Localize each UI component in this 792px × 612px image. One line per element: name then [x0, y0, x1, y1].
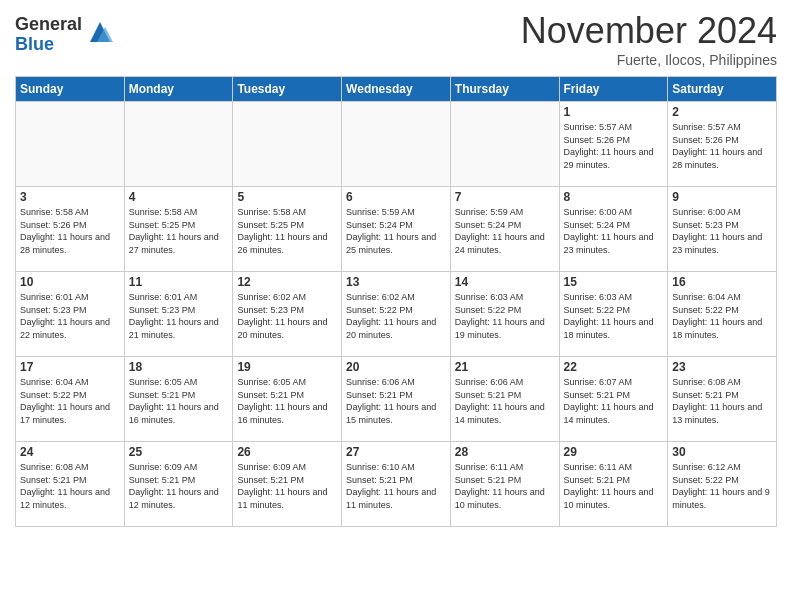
day-info: Sunrise: 6:03 AM Sunset: 5:22 PM Dayligh…	[455, 291, 555, 341]
calendar-day-cell: 27Sunrise: 6:10 AM Sunset: 5:21 PM Dayli…	[342, 442, 451, 527]
day-number: 24	[20, 445, 120, 459]
day-number: 28	[455, 445, 555, 459]
day-number: 23	[672, 360, 772, 374]
day-number: 7	[455, 190, 555, 204]
day-info: Sunrise: 5:57 AM Sunset: 5:26 PM Dayligh…	[672, 121, 772, 171]
day-info: Sunrise: 6:00 AM Sunset: 5:23 PM Dayligh…	[672, 206, 772, 256]
calendar-week-row: 1Sunrise: 5:57 AM Sunset: 5:26 PM Daylig…	[16, 102, 777, 187]
day-info: Sunrise: 6:09 AM Sunset: 5:21 PM Dayligh…	[129, 461, 229, 511]
day-number: 8	[564, 190, 664, 204]
calendar-week-row: 24Sunrise: 6:08 AM Sunset: 5:21 PM Dayli…	[16, 442, 777, 527]
day-number: 17	[20, 360, 120, 374]
day-number: 22	[564, 360, 664, 374]
day-number: 9	[672, 190, 772, 204]
calendar-table: Sunday Monday Tuesday Wednesday Thursday…	[15, 76, 777, 527]
day-number: 19	[237, 360, 337, 374]
day-number: 5	[237, 190, 337, 204]
calendar-day-cell: 28Sunrise: 6:11 AM Sunset: 5:21 PM Dayli…	[450, 442, 559, 527]
calendar-day-cell: 7Sunrise: 5:59 AM Sunset: 5:24 PM Daylig…	[450, 187, 559, 272]
calendar-day-cell: 1Sunrise: 5:57 AM Sunset: 5:26 PM Daylig…	[559, 102, 668, 187]
day-number: 3	[20, 190, 120, 204]
calendar-day-cell: 20Sunrise: 6:06 AM Sunset: 5:21 PM Dayli…	[342, 357, 451, 442]
calendar-day-cell: 18Sunrise: 6:05 AM Sunset: 5:21 PM Dayli…	[124, 357, 233, 442]
calendar-day-cell: 15Sunrise: 6:03 AM Sunset: 5:22 PM Dayli…	[559, 272, 668, 357]
logo-text: General Blue	[15, 15, 82, 55]
calendar-day-cell: 19Sunrise: 6:05 AM Sunset: 5:21 PM Dayli…	[233, 357, 342, 442]
day-info: Sunrise: 5:59 AM Sunset: 5:24 PM Dayligh…	[455, 206, 555, 256]
day-number: 18	[129, 360, 229, 374]
calendar-header-row: Sunday Monday Tuesday Wednesday Thursday…	[16, 77, 777, 102]
calendar-week-row: 10Sunrise: 6:01 AM Sunset: 5:23 PM Dayli…	[16, 272, 777, 357]
day-number: 2	[672, 105, 772, 119]
day-info: Sunrise: 6:07 AM Sunset: 5:21 PM Dayligh…	[564, 376, 664, 426]
day-info: Sunrise: 6:02 AM Sunset: 5:23 PM Dayligh…	[237, 291, 337, 341]
day-info: Sunrise: 6:02 AM Sunset: 5:22 PM Dayligh…	[346, 291, 446, 341]
day-number: 10	[20, 275, 120, 289]
calendar-day-cell: 17Sunrise: 6:04 AM Sunset: 5:22 PM Dayli…	[16, 357, 125, 442]
calendar-day-cell: 21Sunrise: 6:06 AM Sunset: 5:21 PM Dayli…	[450, 357, 559, 442]
day-info: Sunrise: 6:12 AM Sunset: 5:22 PM Dayligh…	[672, 461, 772, 511]
day-number: 14	[455, 275, 555, 289]
calendar-day-cell: 10Sunrise: 6:01 AM Sunset: 5:23 PM Dayli…	[16, 272, 125, 357]
calendar-day-cell: 29Sunrise: 6:11 AM Sunset: 5:21 PM Dayli…	[559, 442, 668, 527]
calendar-day-cell: 22Sunrise: 6:07 AM Sunset: 5:21 PM Dayli…	[559, 357, 668, 442]
calendar-day-cell: 14Sunrise: 6:03 AM Sunset: 5:22 PM Dayli…	[450, 272, 559, 357]
calendar-day-cell: 4Sunrise: 5:58 AM Sunset: 5:25 PM Daylig…	[124, 187, 233, 272]
day-number: 11	[129, 275, 229, 289]
calendar-day-cell: 25Sunrise: 6:09 AM Sunset: 5:21 PM Dayli…	[124, 442, 233, 527]
calendar-day-cell: 13Sunrise: 6:02 AM Sunset: 5:22 PM Dayli…	[342, 272, 451, 357]
calendar-day-cell	[342, 102, 451, 187]
day-info: Sunrise: 5:58 AM Sunset: 5:25 PM Dayligh…	[237, 206, 337, 256]
day-info: Sunrise: 5:59 AM Sunset: 5:24 PM Dayligh…	[346, 206, 446, 256]
col-sunday: Sunday	[16, 77, 125, 102]
page-container: General Blue November 2024 Fuerte, Iloco…	[0, 0, 792, 537]
day-info: Sunrise: 6:01 AM Sunset: 5:23 PM Dayligh…	[129, 291, 229, 341]
calendar-day-cell: 2Sunrise: 5:57 AM Sunset: 5:26 PM Daylig…	[668, 102, 777, 187]
day-info: Sunrise: 6:09 AM Sunset: 5:21 PM Dayligh…	[237, 461, 337, 511]
col-thursday: Thursday	[450, 77, 559, 102]
day-number: 21	[455, 360, 555, 374]
calendar-day-cell: 30Sunrise: 6:12 AM Sunset: 5:22 PM Dayli…	[668, 442, 777, 527]
col-monday: Monday	[124, 77, 233, 102]
header: General Blue November 2024 Fuerte, Iloco…	[15, 10, 777, 68]
day-number: 1	[564, 105, 664, 119]
calendar-week-row: 3Sunrise: 5:58 AM Sunset: 5:26 PM Daylig…	[16, 187, 777, 272]
day-number: 4	[129, 190, 229, 204]
day-info: Sunrise: 6:01 AM Sunset: 5:23 PM Dayligh…	[20, 291, 120, 341]
day-number: 20	[346, 360, 446, 374]
day-info: Sunrise: 6:00 AM Sunset: 5:24 PM Dayligh…	[564, 206, 664, 256]
calendar-day-cell	[450, 102, 559, 187]
day-info: Sunrise: 6:03 AM Sunset: 5:22 PM Dayligh…	[564, 291, 664, 341]
calendar-day-cell: 3Sunrise: 5:58 AM Sunset: 5:26 PM Daylig…	[16, 187, 125, 272]
day-info: Sunrise: 6:11 AM Sunset: 5:21 PM Dayligh…	[455, 461, 555, 511]
calendar-day-cell: 24Sunrise: 6:08 AM Sunset: 5:21 PM Dayli…	[16, 442, 125, 527]
calendar-day-cell: 26Sunrise: 6:09 AM Sunset: 5:21 PM Dayli…	[233, 442, 342, 527]
day-number: 16	[672, 275, 772, 289]
day-info: Sunrise: 5:58 AM Sunset: 5:25 PM Dayligh…	[129, 206, 229, 256]
calendar-day-cell: 12Sunrise: 6:02 AM Sunset: 5:23 PM Dayli…	[233, 272, 342, 357]
day-number: 29	[564, 445, 664, 459]
calendar-day-cell	[233, 102, 342, 187]
logo-blue: Blue	[15, 35, 82, 55]
col-saturday: Saturday	[668, 77, 777, 102]
day-number: 15	[564, 275, 664, 289]
calendar-day-cell: 16Sunrise: 6:04 AM Sunset: 5:22 PM Dayli…	[668, 272, 777, 357]
day-info: Sunrise: 6:05 AM Sunset: 5:21 PM Dayligh…	[237, 376, 337, 426]
calendar-day-cell: 11Sunrise: 6:01 AM Sunset: 5:23 PM Dayli…	[124, 272, 233, 357]
calendar-day-cell: 9Sunrise: 6:00 AM Sunset: 5:23 PM Daylig…	[668, 187, 777, 272]
day-number: 13	[346, 275, 446, 289]
month-title: November 2024	[521, 10, 777, 52]
calendar-day-cell	[16, 102, 125, 187]
day-info: Sunrise: 6:10 AM Sunset: 5:21 PM Dayligh…	[346, 461, 446, 511]
day-number: 27	[346, 445, 446, 459]
day-number: 30	[672, 445, 772, 459]
logo: General Blue	[15, 15, 115, 55]
day-info: Sunrise: 6:05 AM Sunset: 5:21 PM Dayligh…	[129, 376, 229, 426]
day-info: Sunrise: 6:06 AM Sunset: 5:21 PM Dayligh…	[346, 376, 446, 426]
day-info: Sunrise: 6:04 AM Sunset: 5:22 PM Dayligh…	[672, 291, 772, 341]
calendar-day-cell: 6Sunrise: 5:59 AM Sunset: 5:24 PM Daylig…	[342, 187, 451, 272]
location: Fuerte, Ilocos, Philippines	[521, 52, 777, 68]
day-info: Sunrise: 5:57 AM Sunset: 5:26 PM Dayligh…	[564, 121, 664, 171]
day-info: Sunrise: 5:58 AM Sunset: 5:26 PM Dayligh…	[20, 206, 120, 256]
day-info: Sunrise: 6:08 AM Sunset: 5:21 PM Dayligh…	[672, 376, 772, 426]
